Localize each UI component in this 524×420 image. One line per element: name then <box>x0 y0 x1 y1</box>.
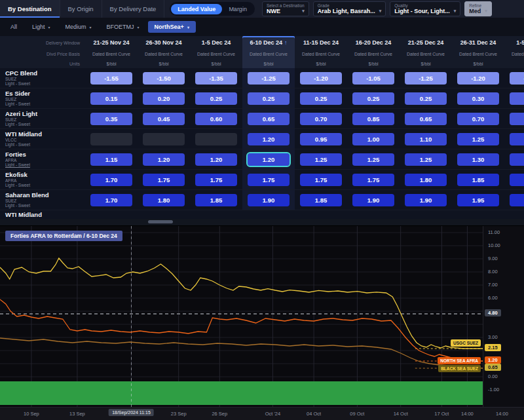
value-cell[interactable]: 1.25 <box>457 133 499 145</box>
column-header[interactable]: 16-20 Dec 24Dated Brent Curve$/bbl <box>347 36 400 68</box>
value-cell[interactable]: 1.85 <box>195 194 237 206</box>
value-cell[interactable]: 1.10 <box>405 133 447 145</box>
value-cell[interactable]: 1.15 <box>90 153 132 166</box>
filter-chip-all[interactable]: All <box>4 21 24 33</box>
column-header[interactable]: 6-10 Dec 24 ↑Dated Brent Curve$/bbl <box>242 36 295 68</box>
grade-label[interactable]: WTI MidlandVLCCLight - Sweet <box>0 131 85 147</box>
column-header[interactable]: 26-31 Dec 24Dated Brent Curve$/bbl <box>452 36 504 68</box>
scrollbar-thumb[interactable] <box>148 220 173 223</box>
value-cell[interactable]: 0.30 <box>510 92 524 105</box>
grade-label[interactable]: CPC BlendSUEZLight - Sweet <box>0 70 85 86</box>
value-cell[interactable]: 1.20 <box>143 153 185 166</box>
value-cell[interactable]: 1.70 <box>90 194 132 206</box>
tab-by-origin[interactable]: By Origin <box>60 0 102 18</box>
series-legend-badge[interactable]: NORTH SEA AFRA <box>438 357 481 364</box>
grade-label[interactable]: Saharan BlendSUEZLight - Sweet <box>0 192 85 208</box>
grade-label[interactable]: Azeri LightSUEZLight - Sweet <box>0 111 85 127</box>
grade-label[interactable]: FortiesAFRALight - Sweet <box>0 151 85 168</box>
destination-select[interactable]: Select a Destination NWE▾ <box>262 1 309 16</box>
tab-by-destination[interactable]: By Destination <box>0 0 60 18</box>
tab-by-delivery-date[interactable]: By Delivery Date <box>102 0 165 18</box>
filter-chip-medium[interactable]: Medium▾ <box>59 21 98 33</box>
value-cell[interactable]: -1.50 <box>143 72 185 85</box>
value-cell[interactable]: -1.15 <box>510 72 524 85</box>
filter-chip-northsea-[interactable]: NorthSea+▾ <box>148 21 196 33</box>
margin-toggle[interactable]: Margin <box>222 4 253 14</box>
value-cell[interactable]: -1.55 <box>90 72 132 85</box>
value-cell[interactable]: 0.25 <box>195 92 237 105</box>
value-cell[interactable]: 0.45 <box>143 113 185 125</box>
value-cell[interactable]: -1.35 <box>195 72 237 85</box>
value-cell[interactable]: 0.25 <box>300 92 342 105</box>
column-header[interactable]: 21-25 Dec 24Dated Brent Curve$/bbl <box>400 36 452 68</box>
value-cell[interactable]: 1.35 <box>510 153 524 166</box>
value-cell[interactable]: 1.30 <box>510 133 524 145</box>
column-header[interactable]: 11-15 Dec 24Dated Brent Curve$/bbl <box>295 36 347 68</box>
grade-select[interactable]: Grade Arab Light, Basrah...▾ <box>313 1 386 16</box>
value-cell[interactable]: 1.30 <box>457 153 499 166</box>
value-cell[interactable]: 1.20 <box>195 153 237 166</box>
horizontal-scrollbar[interactable] <box>0 219 524 225</box>
value-cell[interactable]: 0.25 <box>248 92 290 105</box>
empty-value-cell[interactable] <box>195 133 237 145</box>
value-cell[interactable]: 1.90 <box>352 194 394 206</box>
value-cell[interactable]: 1.75 <box>195 174 237 186</box>
column-header[interactable]: 1-5 Jan 25Dated Brent Curve$/bbl <box>504 36 524 68</box>
value-cell[interactable]: 0.20 <box>143 92 185 105</box>
column-header[interactable]: 21-25 Nov 24Dated Brent Curve$/bbl <box>85 36 138 68</box>
column-header[interactable]: 1-5 Dec 24Dated Brent Curve$/bbl <box>190 36 242 68</box>
value-cell[interactable]: 1.90 <box>405 194 447 206</box>
filter-chip-bfoetmj[interactable]: BFOETMJ▾ <box>100 21 146 33</box>
column-header[interactable]: 26-30 Nov 24Dated Brent Curve$/bbl <box>138 36 190 68</box>
value-cell[interactable]: -1.25 <box>248 72 290 85</box>
value-cell[interactable]: 1.80 <box>405 174 447 186</box>
value-cell[interactable]: -1.05 <box>352 72 394 85</box>
grade-label[interactable]: EkofiskAFRALight - Sweet <box>0 172 85 188</box>
value-cell[interactable]: 0.25 <box>352 92 394 105</box>
value-cell[interactable]: 0.65 <box>405 113 447 125</box>
value-cell[interactable]: 1.75 <box>248 174 290 186</box>
empty-value-cell[interactable] <box>143 133 185 145</box>
value-cell[interactable]: -1.20 <box>300 72 342 85</box>
value-cell[interactable]: 0.95 <box>300 133 342 145</box>
value-cell[interactable]: 1.25 <box>300 153 342 166</box>
value-cell[interactable]: 0.70 <box>300 113 342 125</box>
filter-chip-light[interactable]: Light▾ <box>26 21 57 33</box>
value-cell[interactable]: 1.85 <box>300 194 342 206</box>
value-cell[interactable]: 1.25 <box>352 153 394 166</box>
value-cell[interactable]: 1.75 <box>300 174 342 186</box>
quality-select[interactable]: Quality Light - Sour, Light...▾ <box>390 1 460 16</box>
value-cell[interactable]: 0.65 <box>248 113 290 125</box>
refine-select[interactable]: Refine Med▾ <box>464 1 492 16</box>
value-cell[interactable]: 1.70 <box>90 174 132 186</box>
value-cell[interactable]: 1.95 <box>510 194 524 206</box>
value-cell[interactable]: 0.30 <box>457 92 499 105</box>
value-cell[interactable]: 0.15 <box>90 92 132 105</box>
value-cell[interactable]: 0.85 <box>352 113 394 125</box>
grade-label[interactable]: WTI Midland <box>0 212 85 218</box>
value-cell[interactable]: 1.20 <box>248 133 290 145</box>
value-cell[interactable]: -1.25 <box>405 72 447 85</box>
value-cell[interactable]: 0.70 <box>457 113 499 125</box>
landed-value-toggle[interactable]: Landed Value <box>171 4 222 14</box>
value-cell[interactable]: 1.25 <box>405 153 447 166</box>
value-cell[interactable]: 1.85 <box>457 174 499 186</box>
value-cell[interactable]: 0.60 <box>195 113 237 125</box>
value-cell[interactable]: 1.85 <box>510 174 524 186</box>
empty-value-cell[interactable] <box>90 133 132 145</box>
value-cell[interactable]: 1.00 <box>352 133 394 145</box>
price-chart[interactable] <box>0 226 483 408</box>
value-cell[interactable]: 1.80 <box>143 194 185 206</box>
value-cell[interactable]: -1.20 <box>457 72 499 85</box>
value-cell[interactable]: 1.75 <box>143 174 185 186</box>
value-cell[interactable]: 1.95 <box>457 194 499 206</box>
value-cell[interactable]: 0.35 <box>90 113 132 125</box>
value-cell[interactable]: 1.90 <box>248 194 290 206</box>
grade-label[interactable]: Es SiderSUEZLight - Sweet <box>0 90 85 107</box>
value-cell[interactable]: 1.20 <box>248 153 290 166</box>
series-legend-badge[interactable]: BLACK SEA SUEZ <box>438 365 481 372</box>
series-legend-badge[interactable]: USGC SUEZ <box>451 339 481 347</box>
value-cell[interactable]: 0.25 <box>405 92 447 105</box>
value-cell[interactable]: 0.70 <box>510 113 524 125</box>
value-cell[interactable]: 1.75 <box>352 174 394 186</box>
